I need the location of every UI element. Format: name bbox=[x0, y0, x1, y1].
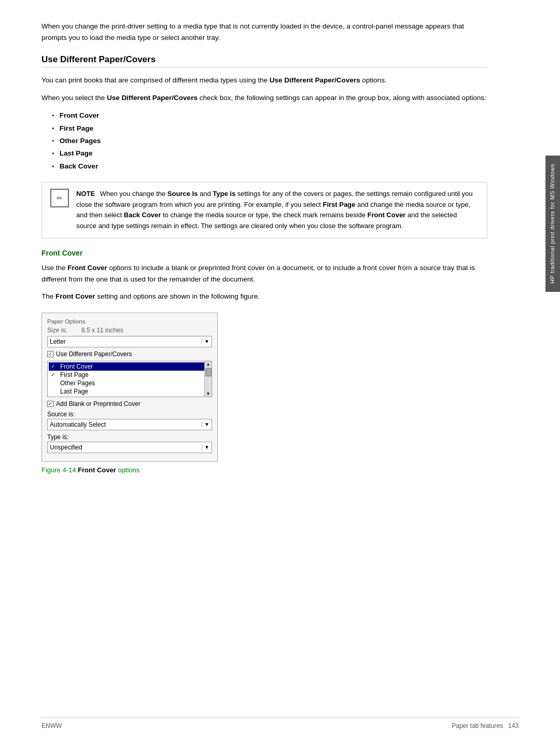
list-item-label: Back Cover bbox=[60, 396, 92, 397]
list-item-label: Last Page bbox=[60, 388, 88, 395]
add-blank-label: Add Blank or Preprinted Cover bbox=[56, 400, 141, 407]
note-icon bbox=[50, 189, 69, 207]
sidebar-line1: HP traditional print bbox=[549, 232, 555, 284]
footer-right: Paper tab features 143 bbox=[452, 722, 519, 729]
caption-prefix: Figure 4-14 bbox=[41, 466, 76, 474]
para2-pre: When you select the bbox=[41, 94, 107, 102]
size-select[interactable]: Letter ▼ bbox=[47, 336, 212, 347]
list-item: Other Pages bbox=[52, 135, 487, 147]
front-cover-subheading: Front Cover bbox=[41, 249, 487, 257]
para2-post: check box, the following settings can ap… bbox=[198, 94, 486, 102]
section-para2: When you select the Use Different Paper/… bbox=[41, 92, 487, 104]
section-heading: Use Different Paper/Covers bbox=[41, 54, 487, 67]
para2-bold: Use Different Paper/Covers bbox=[107, 94, 198, 102]
figure-area: Paper Options Size is: 8.5 x 11 inches L… bbox=[41, 313, 487, 474]
use-different-checkbox-row: ✓ Use Different Paper/Covers bbox=[47, 350, 212, 358]
caption-label: Front Cover bbox=[78, 466, 116, 474]
footer-bar: ENWW Paper tab features 143 bbox=[41, 718, 519, 729]
cover-listbox[interactable]: ✓ Front Cover ✓ First Page Other Pages L… bbox=[47, 361, 212, 397]
add-blank-checkbox-row: ✓ Add Blank or Preprinted Cover bbox=[47, 400, 212, 407]
sidebar-line2: drivers for MS Windows bbox=[549, 164, 555, 230]
type-select-arrow: ▼ bbox=[202, 444, 209, 450]
bullet-list: Front Cover First Page Other Pages Last … bbox=[52, 109, 487, 172]
list-item-back-cover[interactable]: Back Cover bbox=[49, 396, 211, 397]
list-item: Last Page bbox=[52, 147, 487, 160]
caption-suffix: options bbox=[118, 466, 139, 474]
note-content: NOTE When you change the Source Is and T… bbox=[76, 189, 479, 232]
source-select-arrow: ▼ bbox=[202, 421, 209, 427]
para1-bold: Use Different Paper/Covers bbox=[270, 76, 360, 84]
list-item-other-pages[interactable]: Other Pages bbox=[49, 379, 211, 387]
type-select[interactable]: Unspecified ▼ bbox=[47, 442, 212, 453]
type-select-value: Unspecified bbox=[50, 444, 82, 451]
figure-box: Paper Options Size is: 8.5 x 11 inches L… bbox=[41, 313, 218, 462]
listbox-inner: ✓ Front Cover ✓ First Page Other Pages L… bbox=[48, 361, 212, 397]
source-select[interactable]: Automatically Select ▼ bbox=[47, 419, 212, 430]
list-item: Front Cover bbox=[52, 109, 487, 122]
note-box: NOTE When you change the Source Is and T… bbox=[41, 182, 487, 238]
front-cover-para2: The Front Cover setting and options are … bbox=[41, 291, 487, 302]
use-different-label: Use Different Paper/Covers bbox=[56, 350, 132, 358]
add-blank-checkbox[interactable]: ✓ bbox=[47, 401, 53, 407]
scroll-thumb[interactable] bbox=[205, 368, 212, 376]
sidebar-tab: HP traditional print drivers for MS Wind… bbox=[545, 156, 560, 292]
listbox-scrollbar[interactable]: ▲ ▼ bbox=[204, 361, 212, 397]
list-item-last-page[interactable]: Last Page bbox=[49, 387, 211, 396]
intro-paragraph: When you change the print-driver setting… bbox=[41, 21, 487, 43]
scroll-up-arrow[interactable]: ▲ bbox=[206, 361, 211, 367]
check-back-cover bbox=[51, 397, 58, 397]
list-item-label: First Page bbox=[60, 371, 89, 378]
size-value: 8.5 x 11 inches bbox=[81, 327, 123, 334]
check-other-pages bbox=[51, 380, 58, 386]
size-select-arrow: ▼ bbox=[202, 339, 209, 344]
list-item-front-cover[interactable]: ✓ Front Cover bbox=[49, 362, 211, 371]
type-label: Type is: bbox=[47, 433, 212, 441]
list-item-label: Front Cover bbox=[60, 363, 93, 370]
list-item: First Page bbox=[52, 122, 487, 135]
footer-left: ENWW bbox=[41, 722, 62, 729]
size-select-value: Letter bbox=[50, 338, 66, 345]
scroll-down-arrow[interactable]: ▼ bbox=[206, 391, 211, 397]
list-item-label: Other Pages bbox=[60, 379, 95, 387]
check-last-page bbox=[51, 388, 58, 394]
section-para1: You can print books that are comprised o… bbox=[41, 75, 487, 86]
front-cover-para1: Use the Front Cover options to include a… bbox=[41, 262, 487, 285]
check-front-cover: ✓ bbox=[51, 363, 58, 369]
source-label: Source is: bbox=[47, 411, 212, 418]
list-item: Back Cover bbox=[52, 160, 487, 173]
use-different-checkbox[interactable]: ✓ bbox=[47, 351, 53, 357]
size-row: Size is: 8.5 x 11 inches bbox=[47, 327, 212, 334]
size-label: Size is: bbox=[47, 327, 78, 334]
list-item-first-page[interactable]: ✓ First Page bbox=[49, 371, 211, 379]
figure-caption: Figure 4-14 Front Cover options bbox=[41, 466, 487, 474]
note-label: NOTE bbox=[76, 190, 95, 198]
paper-options-label: Paper Options bbox=[47, 318, 212, 325]
check-first-page: ✓ bbox=[51, 372, 58, 377]
source-select-value: Automatically Select bbox=[50, 421, 106, 428]
